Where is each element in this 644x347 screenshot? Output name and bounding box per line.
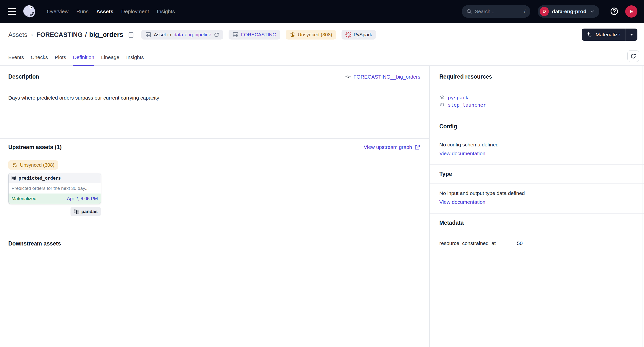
group-badge-label: FORECASTING [241, 32, 276, 38]
asset-card-tags: pandas [8, 207, 101, 216]
upstream-title: Upstream assets (1) [8, 144, 62, 150]
table-icon [11, 176, 16, 180]
hamburger-menu-icon[interactable] [8, 8, 16, 15]
metadata-table: resource_constrained_at 50 [430, 232, 644, 246]
breadcrumb-separator: / [85, 31, 87, 38]
nav-item-assets[interactable]: Assets [96, 8, 114, 14]
clipboard-icon [128, 31, 134, 38]
pipeline-link[interactable]: data-eng-pipeline [174, 32, 212, 38]
view-upstream-graph-label: View upstream graph [364, 144, 412, 150]
unsynced-badge[interactable]: Unsynced (308) [286, 30, 336, 40]
search-icon [466, 8, 472, 14]
config-view-documentation-link[interactable]: View documentation [439, 150, 486, 156]
materialized-status: Materialized [12, 196, 36, 201]
asset-badges: Asset in data-eng-pipeline FORECASTING U… [141, 30, 376, 40]
job-icon [345, 74, 351, 80]
tab-insights[interactable]: Insights [126, 54, 144, 66]
config-empty-text: No config schema defined [439, 142, 634, 148]
page-header: Assets › FORECASTING / big_orders Asset … [0, 23, 644, 46]
group-grid-icon [232, 32, 238, 38]
breadcrumb-group[interactable]: FORECASTING [36, 31, 82, 38]
materialize-dropdown-button[interactable] [625, 28, 638, 41]
group-badge[interactable]: FORECASTING [228, 30, 280, 40]
definition-sidebar: Required resources pyspark step_launcher… [430, 66, 644, 347]
pandas-tag-label: pandas [81, 209, 98, 214]
type-view-documentation-link[interactable]: View documentation [439, 199, 486, 205]
asset-card-status-row: Materialized Apr 2, 8:05 PM [8, 194, 101, 204]
tab-lineage[interactable]: Lineage [101, 54, 119, 66]
copy-asset-name-button[interactable] [128, 31, 134, 38]
view-upstream-graph-link[interactable]: View upstream graph [364, 144, 420, 150]
asset-in-pipeline-badge: Asset in data-eng-pipeline [141, 30, 223, 40]
dagster-logo-icon[interactable] [22, 4, 36, 18]
type-empty-text: No input and output type data defined [439, 190, 634, 196]
job-link-label: FORECASTING__big_orders [354, 74, 420, 80]
search-shortcut-hint: / [524, 9, 526, 14]
user-avatar[interactable]: E [625, 5, 638, 18]
tab-plots[interactable]: Plots [55, 54, 66, 66]
refresh-icon[interactable] [214, 32, 219, 38]
config-title: Config [439, 123, 457, 130]
asset-tabs: Events Checks Plots Definition Lineage I… [0, 46, 644, 66]
resource-link-pyspark[interactable]: pyspark [448, 95, 468, 100]
compute-kind-badge[interactable]: PySpark [342, 30, 376, 40]
downstream-section-header: Downstream assets [0, 234, 429, 253]
spark-star-icon [346, 32, 351, 38]
breadcrumb-assets-link[interactable]: Assets [8, 31, 27, 38]
layers-icon [439, 102, 445, 108]
sync-alert-icon [12, 162, 18, 168]
materialize-split-button: Materialize [582, 28, 638, 41]
sync-alert-icon [290, 32, 296, 38]
global-search[interactable]: / [462, 5, 530, 18]
materialized-timestamp[interactable]: Apr 2, 8:05 PM [67, 196, 98, 201]
type-title: Type [439, 171, 452, 178]
scrollbar-track[interactable] [642, 66, 643, 347]
resources-title: Required resources [439, 74, 492, 80]
resources-section-header: Required resources [430, 66, 644, 88]
help-icon [610, 7, 619, 16]
tab-events[interactable]: Events [8, 54, 24, 66]
refresh-icon [630, 53, 636, 59]
metadata-row: resource_constrained_at 50 [439, 240, 634, 246]
resources-list: pyspark step_launcher [430, 88, 644, 118]
resource-link-step-launcher[interactable]: step_launcher [448, 102, 486, 108]
definition-content: Description FORECASTING__big_orders Days… [0, 66, 644, 347]
deployment-initial-badge: D [540, 7, 549, 16]
compute-kind-label: PySpark [354, 32, 372, 38]
metadata-value: 50 [517, 240, 522, 246]
job-link[interactable]: FORECASTING__big_orders [345, 74, 420, 80]
materialize-button[interactable]: Materialize [582, 28, 625, 41]
nav-item-runs[interactable]: Runs [76, 8, 88, 14]
tab-definition[interactable]: Definition [73, 54, 94, 66]
asset-definition-page: Overview Runs Assets Deployment Insights… [0, 0, 644, 347]
description-body: Days where predicted orders surpass our … [0, 88, 429, 138]
nav-item-insights[interactable]: Insights [157, 8, 175, 14]
help-button[interactable] [610, 7, 619, 16]
top-navigation-bar: Overview Runs Assets Deployment Insights… [0, 0, 644, 23]
materialize-label: Materialize [596, 32, 620, 38]
sparkles-icon [586, 32, 592, 38]
external-link-icon [414, 144, 420, 150]
downstream-title: Downstream assets [8, 240, 61, 247]
caret-down-icon [629, 32, 634, 37]
upstream-asset-card[interactable]: predicted_orders Predicted orders for th… [8, 173, 101, 204]
metadata-title: Metadata [439, 220, 464, 226]
asset-in-label: Asset in [154, 32, 171, 38]
nav-item-overview[interactable]: Overview [47, 8, 68, 14]
nav-item-deployment[interactable]: Deployment [121, 8, 149, 14]
pandas-kind-tag[interactable]: pandas [70, 207, 101, 216]
config-body: No config schema defined View documentat… [430, 135, 644, 165]
breadcrumb-chevron: › [31, 31, 33, 38]
upstream-unsynced-badge[interactable]: Unsynced (308) [8, 160, 58, 170]
deployment-switcher[interactable]: D data-eng-prod [538, 5, 599, 18]
upstream-unsynced-label: Unsynced (308) [20, 162, 54, 168]
type-body: No input and output type data defined Vi… [430, 184, 644, 214]
tab-checks[interactable]: Checks [31, 54, 48, 66]
search-input[interactable] [475, 9, 521, 14]
description-section-header: Description FORECASTING__big_orders [0, 66, 429, 88]
asset-card-description: Predicted orders for the next 30 day... [8, 183, 101, 194]
metadata-key: resource_constrained_at [439, 240, 517, 246]
page-refresh-button[interactable] [628, 50, 639, 62]
page-title-asset-name: big_orders [89, 31, 124, 38]
main-column: Description FORECASTING__big_orders Days… [0, 66, 430, 347]
